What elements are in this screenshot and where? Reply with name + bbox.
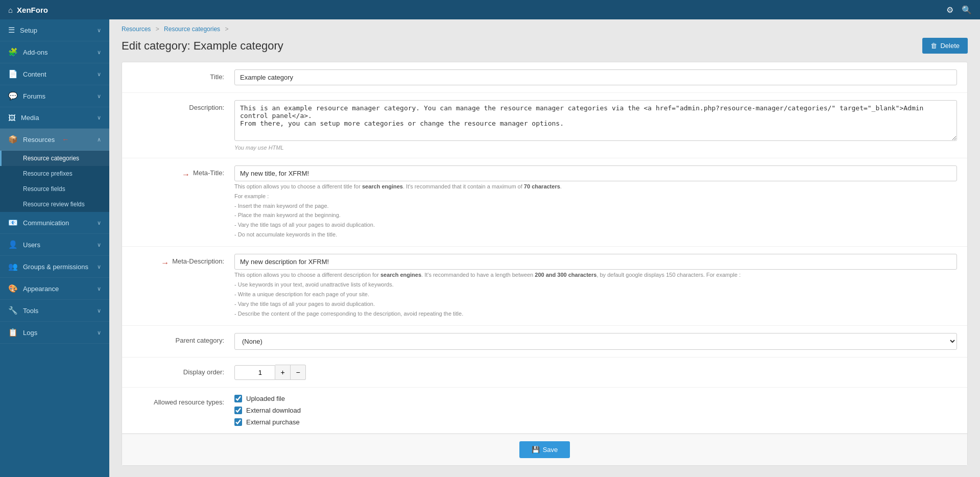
- delete-button[interactable]: 🗑 Delete: [922, 38, 968, 54]
- meta-title-input[interactable]: [234, 165, 957, 181]
- chevron-down-icon: ∨: [97, 220, 101, 226]
- meta-desc-label: → Meta-Description:: [132, 254, 234, 268]
- stepper-decrement-button[interactable]: −: [291, 365, 306, 380]
- search-icon[interactable]: 🔍: [962, 5, 972, 15]
- breadcrumb-separator-2: >: [225, 26, 228, 33]
- sidebar-label-setup: Setup: [20, 27, 37, 34]
- save-icon: 💾: [532, 446, 540, 454]
- meta-desc-hint: This option allows you to choose a diffe…: [234, 272, 957, 278]
- form-row-title: Title:: [122, 62, 967, 93]
- delete-icon: 🗑: [930, 42, 937, 50]
- chevron-down-icon: ∨: [97, 27, 101, 34]
- sidebar-item-groups[interactable]: 👥 Groups & permissions ∨: [0, 256, 109, 278]
- media-icon: 🖼: [8, 113, 16, 122]
- resources-submenu: Resource categories Resource prefixes Re…: [0, 151, 109, 212]
- checkbox-group: Uploaded file External download External…: [234, 395, 957, 426]
- sidebar-label-addons: Add-ons: [23, 49, 47, 56]
- chevron-down-icon: ∨: [97, 71, 101, 78]
- checkbox-external-purchase-input[interactable]: [234, 418, 242, 426]
- sidebar-item-setup[interactable]: ☰ Setup ∨: [0, 19, 109, 41]
- sidebar-label-forums: Forums: [23, 92, 45, 100]
- sidebar-item-content[interactable]: 📄 Content ∨: [0, 63, 109, 85]
- meta-desc-control-area: This option allows you to choose a diffe…: [234, 254, 957, 318]
- communication-icon: 📧: [8, 218, 18, 227]
- setup-icon: ☰: [8, 26, 15, 35]
- settings-icon[interactable]: ⚙: [946, 5, 953, 15]
- display-order-label: Display order:: [132, 365, 234, 376]
- checkbox-uploaded-file[interactable]: Uploaded file: [234, 395, 957, 402]
- chevron-down-icon: ∨: [97, 242, 101, 248]
- chevron-down-icon: ∨: [97, 49, 101, 56]
- form-row-allowed-types: Allowed resource types: Uploaded file Ex…: [122, 388, 967, 434]
- sidebar-label-tools: Tools: [23, 307, 38, 315]
- logs-icon: 📋: [8, 328, 18, 337]
- sidebar-item-logs[interactable]: 📋 Logs ∨: [0, 322, 109, 344]
- chevron-down-icon: ∨: [97, 329, 101, 336]
- description-textarea[interactable]: This is an example resource manager cate…: [234, 100, 957, 141]
- page-title: Edit category: Example category: [122, 39, 283, 53]
- title-input[interactable]: [234, 69, 957, 85]
- form-row-meta-title: → Meta-Title: This option allows you to …: [122, 158, 967, 247]
- allowed-types-label: Allowed resource types:: [132, 395, 234, 406]
- display-order-input[interactable]: [234, 365, 275, 380]
- chevron-down-icon: ∨: [97, 285, 101, 292]
- content-icon: 📄: [8, 69, 18, 79]
- sidebar-label-resources: Resources: [23, 136, 55, 144]
- sidebar-submenu-resource-prefixes[interactable]: Resource prefixes: [0, 166, 109, 181]
- sidebar-submenu-resource-categories[interactable]: Resource categories: [0, 151, 109, 166]
- home-icon[interactable]: ⌂: [8, 6, 13, 14]
- html-hint: You may use HTML: [234, 145, 957, 151]
- tools-icon: 🔧: [8, 306, 18, 315]
- description-control-area: This is an example resource manager cate…: [234, 100, 957, 151]
- sidebar-item-addons[interactable]: 🧩 Add-ons ∨: [0, 41, 109, 63]
- content-area: Resources > Resource categories > Edit c…: [109, 19, 980, 477]
- sidebar-item-tools[interactable]: 🔧 Tools ∨: [0, 300, 109, 322]
- parent-category-select[interactable]: (None): [234, 333, 957, 350]
- allowed-types-control-area: Uploaded file External download External…: [234, 395, 957, 426]
- form-row-meta-desc: → Meta-Description: This option allows y…: [122, 247, 967, 326]
- main-layout: ☰ Setup ∨ 🧩 Add-ons ∨ 📄 Content ∨ 💬 Foru…: [0, 19, 980, 477]
- sidebar-submenu-resource-review-fields[interactable]: Resource review fields: [0, 197, 109, 212]
- sidebar-item-media[interactable]: 🖼 Media ∨: [0, 107, 109, 129]
- sidebar-label-logs: Logs: [23, 329, 37, 337]
- checkbox-external-download[interactable]: External download: [234, 407, 957, 414]
- topbar-icons: ⚙ 🔍: [946, 5, 972, 15]
- sidebar-label-media: Media: [21, 114, 39, 122]
- parent-category-label: Parent category:: [132, 333, 234, 344]
- save-button[interactable]: 💾 Save: [519, 441, 570, 458]
- form-row-parent-category: Parent category: (None): [122, 326, 967, 357]
- checkbox-external-download-input[interactable]: [234, 407, 242, 414]
- chevron-down-icon: ∨: [97, 114, 101, 121]
- sidebar-label-users: Users: [23, 241, 40, 249]
- title-control-area: [234, 69, 957, 85]
- sidebar-item-users[interactable]: 👤 Users ∨: [0, 234, 109, 256]
- meta-desc-arrow-icon: →: [161, 258, 169, 268]
- stepper-increment-button[interactable]: +: [275, 365, 291, 380]
- description-label: Description:: [132, 100, 234, 111]
- sidebar-submenu-resource-fields[interactable]: Resource fields: [0, 181, 109, 197]
- parent-category-control-area: (None): [234, 333, 957, 350]
- checkbox-uploaded-file-input[interactable]: [234, 395, 242, 402]
- brand-name: XenForo: [17, 6, 48, 14]
- sidebar-item-appearance[interactable]: 🎨 Appearance ∨: [0, 278, 109, 300]
- breadcrumb-separator-1: >: [156, 26, 161, 33]
- meta-title-label: → Meta-Title:: [132, 165, 234, 179]
- groups-icon: 👥: [8, 262, 18, 271]
- sidebar-item-resources[interactable]: 📦 Resources ← ∧: [0, 129, 109, 151]
- breadcrumb-resources[interactable]: Resources: [122, 26, 151, 33]
- chevron-down-icon: ∨: [97, 307, 101, 314]
- sidebar-item-communication[interactable]: 📧 Communication ∨: [0, 212, 109, 234]
- users-icon: 👤: [8, 240, 18, 249]
- meta-desc-hint-list: - Use keywords in your text, avoid unatt…: [234, 280, 957, 318]
- meta-desc-input[interactable]: [234, 254, 957, 270]
- addons-icon: 🧩: [8, 47, 18, 57]
- checkbox-external-purchase[interactable]: External purchase: [234, 418, 957, 426]
- breadcrumb-resource-categories[interactable]: Resource categories: [164, 26, 220, 33]
- meta-title-hint: This option allows you to choose a diffe…: [234, 183, 957, 189]
- chevron-up-icon: ∧: [97, 136, 101, 143]
- topbar: ⌂ XenForo ⚙ 🔍: [0, 0, 980, 19]
- chevron-down-icon: ∨: [97, 93, 101, 100]
- form-row-description: Description: This is an example resource…: [122, 93, 967, 158]
- sidebar-item-forums[interactable]: 💬 Forums ∨: [0, 85, 109, 107]
- sidebar-label-content: Content: [23, 70, 46, 78]
